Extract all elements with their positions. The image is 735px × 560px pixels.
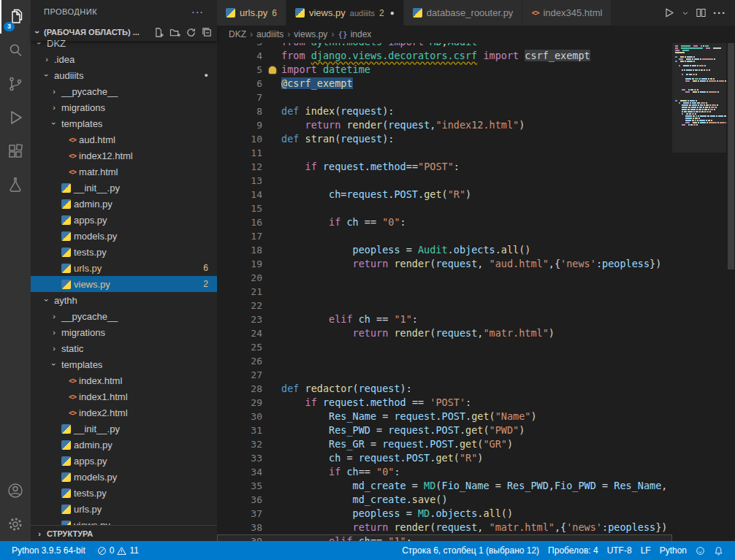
code-line-36[interactable]: 36 md_create.save() — [217, 493, 672, 507]
code-line-14[interactable]: 14 ch=request.POST.get("R") — [217, 188, 672, 202]
tree-folder-.idea[interactable]: ›.idea — [31, 51, 217, 67]
account-icon[interactable] — [0, 474, 31, 507]
encoding-status[interactable]: UTF-8 — [603, 545, 636, 556]
explorer-icon[interactable]: 3 — [0, 0, 31, 34]
code-line-6[interactable]: 6@csrf_exempt — [217, 77, 672, 91]
tree-file-views.py[interactable]: views.py2 — [31, 276, 217, 292]
collapse-all-icon[interactable] — [202, 27, 213, 38]
code-line-8[interactable]: 8def index(request): — [217, 104, 672, 118]
breadcrumb-DKZ[interactable]: DKZ — [229, 29, 246, 39]
tree-file-models.py[interactable]: models.py — [31, 469, 217, 485]
code-line-4[interactable]: 4from django.views.decorators.csrf impor… — [217, 49, 672, 63]
tree-file-urls.py[interactable]: urls.py — [31, 501, 217, 517]
tab-database_roouter.py[interactable]: database_roouter.py — [404, 0, 523, 26]
tree-file-admin.py[interactable]: admin.py — [31, 196, 217, 212]
search-icon[interactable] — [0, 34, 31, 67]
new-folder-icon[interactable] — [170, 27, 180, 38]
code-line-30[interactable]: 30 Res_Name = request.POST.get("Name") — [217, 410, 672, 423]
tree-file-__init__.py[interactable]: __init__.py — [31, 421, 217, 437]
tab-modified-dot-icon[interactable]: ● — [390, 9, 395, 17]
code-line-26[interactable]: 26 — [217, 354, 672, 368]
extensions-icon[interactable] — [0, 134, 31, 168]
workspace-section-header[interactable]: › (РАБОЧАЯ ОБЛАСТЬ) ... — [31, 23, 217, 41]
code-line-18[interactable]: 18 peopless = Audit.objects.all() — [217, 243, 672, 257]
problems-status[interactable]: 0 11 — [93, 541, 143, 560]
code-line-22[interactable]: 22 — [217, 299, 672, 312]
code-line-39[interactable]: 39 elif ch== "1": — [217, 534, 672, 541]
python-interpreter-status[interactable]: Python 3.9.5 64-bit — [7, 541, 90, 560]
notifications-bell-icon[interactable] — [709, 546, 728, 556]
code-line-17[interactable]: 17 — [217, 229, 672, 243]
outline-section-header[interactable]: › СТРУКТУРА — [31, 525, 217, 541]
run-debug-icon[interactable] — [0, 101, 31, 134]
minimap-slider[interactable] — [672, 43, 726, 153]
tree-file-index12.html[interactable]: <>index12.html — [31, 147, 217, 164]
source-control-icon[interactable] — [0, 67, 31, 101]
code-line-12[interactable]: 12 if request.method=="POST": — [217, 160, 672, 174]
tree-file-views.py[interactable]: views.py — [31, 517, 217, 525]
run-python-file-icon[interactable] — [663, 7, 675, 19]
tree-file-admin.py[interactable]: admin.py — [31, 437, 217, 453]
code-line-33[interactable]: 33 ch = request.POST.get("R") — [217, 451, 672, 465]
tree-folder-aythh[interactable]: ›aythh — [31, 292, 217, 308]
tab-index345.html[interactable]: <>index345.html — [522, 0, 612, 26]
tab-urls.py[interactable]: urls.py6 — [217, 0, 286, 26]
breadcrumb-audiiits[interactable]: audiiits — [256, 29, 283, 39]
testing-icon[interactable] — [0, 168, 31, 202]
tree-file-aud.html[interactable]: <>aud.html — [31, 131, 217, 147]
code-line-25[interactable]: 25 — [217, 340, 672, 354]
tree-file-index.html[interactable]: <>index.html — [31, 372, 217, 388]
code-line-5[interactable]: 5import datetime — [217, 63, 672, 77]
tree-folder-audiiits[interactable]: ›audiiits● — [31, 67, 217, 83]
minimap[interactable] — [672, 43, 726, 541]
code-line-3[interactable]: 3from aythh.models import MD,Audit — [217, 43, 672, 49]
code-line-27[interactable]: 27 — [217, 368, 672, 382]
tree-folder-__pycache__[interactable]: ›__pycache__ — [31, 83, 217, 99]
new-file-icon[interactable] — [153, 27, 164, 38]
code-line-37[interactable]: 37 peopless = MD.objects.all() — [217, 507, 672, 521]
code-line-38[interactable]: 38 return render(request, "matr.html",{'… — [217, 521, 672, 534]
settings-gear-icon[interactable] — [0, 507, 31, 541]
tree-file-urls.py[interactable]: urls.py6 — [31, 260, 217, 276]
tree-file-index1.html[interactable]: <>index1.html — [31, 388, 217, 404]
tree-folder-migrations[interactable]: ›migrations — [31, 99, 217, 115]
code-line-16[interactable]: 16 if ch == "0": — [217, 215, 672, 229]
code-line-29[interactable]: 29 if request.method == 'POST': — [217, 396, 672, 410]
code-line-11[interactable]: 11 — [217, 146, 672, 160]
code-line-28[interactable]: 28def redactor(request): — [217, 382, 672, 396]
tree-folder-templates[interactable]: ›templates — [31, 115, 217, 131]
breadcrumb-index[interactable]: {}index — [338, 29, 371, 39]
indentation-status[interactable]: Пробелов: 4 — [544, 545, 603, 556]
tab-views.py[interactable]: views.pyaudiiits2● — [286, 0, 404, 26]
editor-more-actions-icon[interactable]: ··· — [713, 7, 726, 19]
code-line-15[interactable]: 15 — [217, 202, 672, 215]
breadcrumb-views.py[interactable]: views.py — [294, 29, 327, 39]
tree-file-models.py[interactable]: models.py — [31, 228, 217, 244]
code-line-31[interactable]: 31 Res_PWD = request.POST.get("PWD") — [217, 423, 672, 437]
tree-folder-templates[interactable]: ›templates — [31, 356, 217, 372]
editor-scrollbar[interactable] — [726, 43, 735, 541]
code-line-34[interactable]: 34 if ch== "0": — [217, 465, 672, 479]
tree-folder-static[interactable]: ›static — [31, 340, 217, 356]
tree-folder-migrations[interactable]: ›migrations — [31, 324, 217, 340]
tree-file-tests.py[interactable]: tests.py — [31, 485, 217, 501]
tree-file-apps.py[interactable]: apps.py — [31, 212, 217, 228]
code-line-10[interactable]: 10def stran(request): — [217, 132, 672, 146]
code-line-32[interactable]: 32 Res_GR = request.POST.get("GR") — [217, 437, 672, 451]
tree-file-apps.py[interactable]: apps.py — [31, 453, 217, 469]
code-area[interactable]: 3from aythh.models import MD,Audit4from … — [217, 43, 672, 541]
language-mode-status[interactable]: Python — [655, 545, 691, 556]
explorer-more-actions-icon[interactable]: ··· — [191, 6, 204, 18]
code-line-23[interactable]: 23 elif ch == "1": — [217, 312, 672, 326]
split-editor-icon[interactable] — [696, 7, 707, 18]
refresh-icon[interactable] — [186, 27, 197, 38]
code-line-13[interactable]: 13 — [217, 174, 672, 188]
tree-file-__init__.py[interactable]: __init__.py — [31, 180, 217, 196]
feedback-smiley-icon[interactable] — [691, 546, 709, 556]
code-line-35[interactable]: 35 md_create = MD(Fio_Name = Res_PWD,Fio… — [217, 479, 672, 493]
cursor-position-status[interactable]: Строка 6, столбец 1 (выбрано 12) — [397, 545, 544, 556]
tree-file-index2.html[interactable]: <>index2.html — [31, 404, 217, 421]
eol-status[interactable]: LF — [636, 545, 655, 556]
tree-folder-__pycache__[interactable]: ›__pycache__ — [31, 308, 217, 324]
code-line-9[interactable]: 9 return render(request,"index12.html") — [217, 118, 672, 132]
